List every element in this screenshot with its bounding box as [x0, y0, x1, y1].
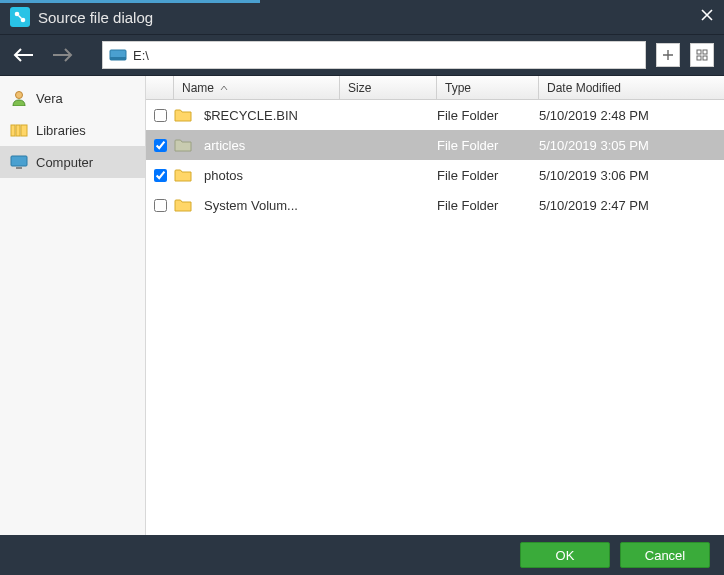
table-row[interactable]: articles File Folder 5/10/2019 3:05 PM	[146, 130, 724, 160]
title-bar: Source file dialog	[0, 0, 724, 35]
svg-rect-6	[697, 56, 701, 60]
forward-arrow-icon	[51, 47, 73, 63]
back-button[interactable]	[10, 41, 38, 69]
cell-type: File Folder	[437, 198, 539, 213]
cell-name: articles	[174, 136, 340, 154]
new-folder-button[interactable]	[656, 43, 680, 67]
view-grid-button[interactable]	[690, 43, 714, 67]
footer: OK Cancel	[0, 535, 724, 575]
cell-type: File Folder	[437, 168, 539, 183]
row-checkbox[interactable]	[154, 169, 167, 182]
svg-rect-9	[11, 125, 15, 136]
sidebar-item-computer[interactable]: Computer	[0, 146, 145, 178]
table-row[interactable]: $RECYCLE.BIN File Folder 5/10/2019 2:48 …	[146, 100, 724, 130]
cell-type: File Folder	[437, 138, 539, 153]
file-name: articles	[204, 138, 245, 153]
cell-date: 5/10/2019 3:06 PM	[539, 168, 724, 183]
checkbox-column-header[interactable]	[146, 76, 174, 99]
file-name: photos	[204, 168, 243, 183]
drive-icon	[109, 48, 127, 62]
row-checkbox[interactable]	[154, 139, 167, 152]
row-checkbox-wrap	[146, 109, 174, 122]
close-icon	[700, 8, 714, 22]
cell-type: File Folder	[437, 108, 539, 123]
sidebar-item-label: Computer	[36, 155, 93, 170]
column-header-type[interactable]: Type	[437, 76, 539, 99]
libraries-icon	[10, 122, 28, 138]
file-rows: $RECYCLE.BIN File Folder 5/10/2019 2:48 …	[146, 100, 724, 220]
svg-rect-13	[16, 167, 22, 169]
column-header-label: Size	[348, 81, 371, 95]
path-input[interactable]: E:\	[102, 41, 646, 69]
user-icon	[10, 90, 28, 106]
column-header-date[interactable]: Date Modified	[539, 76, 724, 99]
sidebar-item-label: Libraries	[36, 123, 86, 138]
sidebar-item-libraries[interactable]: Libraries	[0, 114, 145, 146]
column-header-row: Name Size Type Date Modified	[146, 76, 724, 100]
sidebar-item-vera[interactable]: Vera	[0, 82, 145, 114]
column-header-size[interactable]: Size	[340, 76, 437, 99]
cell-name: System Volum...	[174, 196, 340, 214]
cell-name: photos	[174, 166, 340, 184]
svg-rect-12	[11, 156, 27, 166]
row-checkbox-wrap	[146, 139, 174, 152]
svg-rect-11	[21, 125, 27, 136]
back-arrow-icon	[13, 47, 35, 63]
column-header-label: Date Modified	[547, 81, 621, 95]
svg-rect-10	[16, 125, 20, 136]
cell-date: 5/10/2019 2:47 PM	[539, 198, 724, 213]
table-row[interactable]: photos File Folder 5/10/2019 3:06 PM	[146, 160, 724, 190]
file-list: Name Size Type Date Modified $RECYCLE.BI…	[146, 76, 724, 535]
sidebar-item-label: Vera	[36, 91, 63, 106]
row-checkbox-wrap	[146, 169, 174, 182]
file-name: $RECYCLE.BIN	[204, 108, 298, 123]
svg-rect-4	[697, 50, 701, 54]
folder-icon	[174, 168, 192, 182]
nav-bar: E:\	[0, 35, 724, 75]
ok-button[interactable]: OK	[520, 542, 610, 568]
column-header-name[interactable]: Name	[174, 76, 340, 99]
forward-button[interactable]	[48, 41, 76, 69]
close-button[interactable]	[684, 8, 714, 26]
sidebar: Vera Libraries Computer	[0, 76, 146, 535]
table-row[interactable]: System Volum... File Folder 5/10/2019 2:…	[146, 190, 724, 220]
folder-icon	[174, 138, 192, 152]
row-checkbox[interactable]	[154, 109, 167, 122]
cell-name: $RECYCLE.BIN	[174, 106, 340, 124]
svg-point-8	[16, 92, 23, 99]
window-title: Source file dialog	[38, 9, 684, 26]
file-name: System Volum...	[204, 198, 298, 213]
cell-date: 5/10/2019 2:48 PM	[539, 108, 724, 123]
row-checkbox[interactable]	[154, 199, 167, 212]
grid-icon	[696, 49, 708, 61]
column-header-label: Type	[445, 81, 471, 95]
svg-rect-5	[703, 50, 707, 54]
sort-asc-icon	[220, 84, 228, 92]
computer-icon	[10, 154, 28, 170]
path-text: E:\	[133, 48, 149, 63]
column-header-label: Name	[182, 81, 214, 95]
folder-icon	[174, 198, 192, 212]
svg-rect-3	[110, 57, 126, 60]
cancel-button[interactable]: Cancel	[620, 542, 710, 568]
body: Vera Libraries Computer Name Size Type D…	[0, 75, 724, 535]
cell-date: 5/10/2019 3:05 PM	[539, 138, 724, 153]
accent-bar	[0, 0, 260, 3]
plus-icon	[662, 49, 674, 61]
svg-rect-7	[703, 56, 707, 60]
row-checkbox-wrap	[146, 199, 174, 212]
folder-icon	[174, 108, 192, 122]
app-icon	[10, 7, 30, 27]
